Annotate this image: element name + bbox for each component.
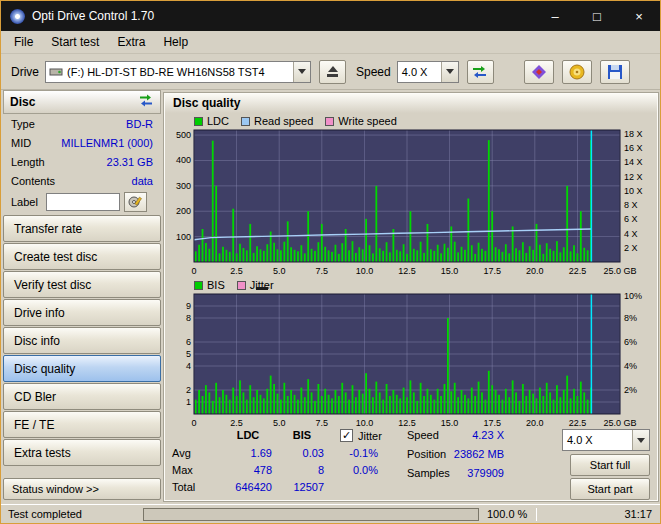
max-bis-value: 8: [278, 464, 324, 476]
close-button[interactable]: ×: [618, 1, 660, 31]
menu-start-test[interactable]: Start test: [42, 32, 108, 52]
save-button[interactable]: [600, 60, 630, 84]
top-chart-legend: LDC Read speed Write speed: [194, 115, 397, 127]
drive-icon: [49, 66, 63, 78]
total-ldc-value: 646420: [216, 481, 272, 493]
sidebar-item-disc-quality[interactable]: Disc quality: [3, 355, 161, 382]
read-speed-legend-label: Read speed: [254, 115, 313, 127]
sidebar-item-verify-test-disc[interactable]: Verify test disc: [3, 271, 161, 298]
max-row-label: Max: [172, 464, 193, 476]
disc-utility-button[interactable]: [524, 60, 554, 84]
svg-text:10%: 10%: [624, 291, 642, 301]
sidebar-item-create-test-disc[interactable]: Create test disc: [3, 243, 161, 270]
sidebar-item-transfer-rate[interactable]: Transfer rate: [3, 215, 161, 242]
info-value: 23.31 GB: [107, 156, 153, 168]
refresh-speeds-button[interactable]: [467, 60, 494, 84]
svg-text:500: 500: [176, 130, 191, 140]
svg-text:2%: 2%: [624, 385, 637, 395]
jitter-max-value: 0.0%: [332, 464, 378, 476]
label-row: Label: [3, 190, 161, 214]
svg-text:2: 2: [186, 385, 191, 395]
write-label-button[interactable]: [124, 192, 147, 212]
drive-label: Drive: [11, 65, 39, 79]
svg-text:200: 200: [176, 206, 191, 216]
total-bis-value: 12507: [278, 481, 324, 493]
jitter-avg-value: -0.1%: [332, 447, 378, 459]
svg-text:22.5: 22.5: [569, 266, 587, 276]
label-caption: Label: [11, 196, 38, 208]
sidebar-item-extra-tests[interactable]: Extra tests: [3, 439, 161, 466]
window-title: Opti Drive Control 1.70: [32, 9, 534, 23]
rescan-disc-button[interactable]: [139, 94, 154, 110]
jitter-marker: [256, 287, 268, 290]
sidebar-item-label: CD Bler: [14, 390, 56, 404]
svg-text:100: 100: [176, 232, 191, 242]
test-speed-select[interactable]: 4.0 X: [562, 429, 650, 451]
svg-text:4 X: 4 X: [624, 229, 638, 239]
max-ldc-value: 478: [216, 464, 272, 476]
drive-dropdown-arrow[interactable]: [293, 62, 310, 82]
samples-stat-value: 379909: [442, 467, 504, 479]
total-row-label: Total: [172, 481, 195, 493]
svg-text:0: 0: [191, 266, 196, 276]
sidebar: Disc Type BD-R MID MILLENMR1 (000) Lengt…: [3, 90, 161, 504]
sidebar-item-label: Verify test disc: [14, 278, 91, 292]
svg-text:18 X: 18 X: [624, 129, 643, 139]
svg-text:7.5: 7.5: [316, 266, 329, 276]
eject-icon: [327, 66, 338, 77]
speed-dropdown-arrow[interactable]: [441, 62, 458, 82]
speed-label: Speed: [356, 65, 391, 79]
eject-button[interactable]: [319, 60, 346, 84]
avg-bis-value: 0.03: [278, 447, 324, 459]
sidebar-item-fe-te[interactable]: FE / TE: [3, 411, 161, 438]
svg-text:14 X: 14 X: [624, 157, 643, 167]
svg-text:4%: 4%: [624, 361, 637, 371]
toolbar: Drive (F:) HL-DT-ST BD-RE WH16NS58 TST4 …: [1, 54, 660, 90]
maximize-button[interactable]: □: [576, 1, 618, 31]
stats-area: LDC BIS Avg 1.69 0.03 Max 478 8 Total 64…: [164, 427, 658, 501]
drive-select[interactable]: (F:) HL-DT-ST BD-RE WH16NS58 TST4: [45, 61, 311, 83]
sidebar-item-label: Disc info: [14, 334, 60, 348]
sidebar-item-label: FE / TE: [14, 418, 54, 432]
contents-data-link[interactable]: data: [132, 175, 153, 187]
burn-disc-button[interactable]: [562, 60, 592, 84]
menu-help[interactable]: Help: [154, 32, 197, 52]
app-icon: [10, 9, 25, 24]
disc-header-label: Disc: [10, 95, 35, 109]
info-value: MILLENMR1 (000): [61, 137, 153, 149]
page-title: Disc quality: [165, 94, 657, 113]
svg-text:10.0: 10.0: [356, 266, 374, 276]
avg-ldc-value: 1.69: [216, 447, 272, 459]
read-speed-swatch: [241, 117, 250, 126]
rescan-arrows-icon: [139, 94, 154, 107]
test-speed-dropdown-arrow[interactable]: [632, 430, 649, 450]
minimize-button[interactable]: –: [534, 1, 576, 31]
svg-text:16 X: 16 X: [624, 143, 643, 153]
start-full-button[interactable]: Start full: [570, 454, 650, 476]
sidebar-item-disc-info[interactable]: Disc info: [3, 327, 161, 354]
elapsed-time: 31:17: [624, 508, 660, 520]
start-part-button[interactable]: Start part: [570, 478, 650, 500]
sidebar-item-drive-info[interactable]: Drive info: [3, 299, 161, 326]
sidebar-item-cd-bler[interactable]: CD Bler: [3, 383, 161, 410]
jitter-checkbox-label: Jitter: [358, 430, 382, 442]
speed-select[interactable]: 4.0 X: [397, 61, 459, 83]
menu-file[interactable]: File: [5, 32, 42, 52]
svg-text:2 X: 2 X: [624, 243, 638, 253]
test-speed-value: 4.0 X: [563, 434, 632, 446]
info-row-type: Type BD-R: [3, 114, 161, 133]
app-window: Opti Drive Control 1.70 – □ × File Start…: [0, 0, 661, 524]
svg-text:17.5: 17.5: [483, 266, 501, 276]
status-window-button[interactable]: Status window >>: [3, 478, 161, 500]
disc-panel-header: Disc: [3, 90, 161, 114]
status-window-label: Status window >>: [12, 483, 99, 495]
label-disc-icon: [128, 195, 143, 209]
svg-text:4: 4: [186, 361, 191, 371]
disc-label-input[interactable]: [46, 193, 120, 211]
menu-extra[interactable]: Extra: [108, 32, 154, 52]
jitter-checkbox[interactable]: ✓: [340, 429, 353, 442]
bis-legend-label: BIS: [207, 279, 225, 291]
save-icon: [607, 64, 623, 80]
info-label: Length: [11, 156, 45, 168]
svg-text:25.0 GB: 25.0 GB: [603, 266, 636, 276]
